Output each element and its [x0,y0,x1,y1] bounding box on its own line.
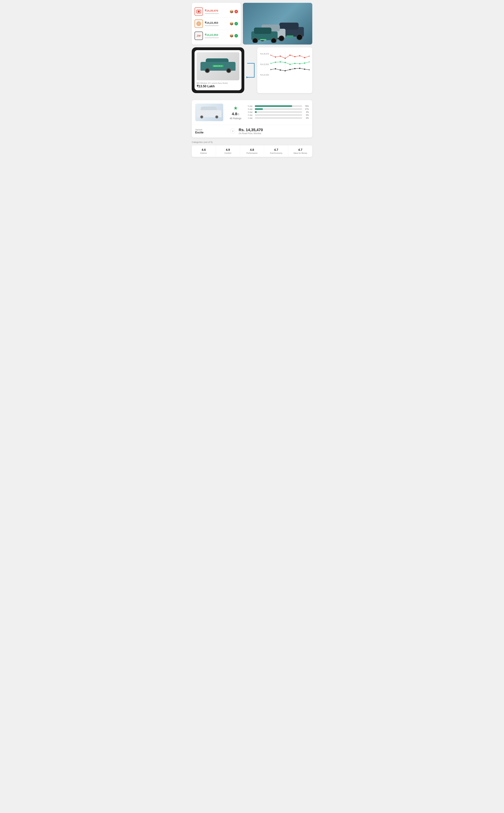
rating-pct-4: 17% [304,108,309,110]
status-icon-1: ✕ [234,10,238,13]
category-name-comfort: Comfort [217,152,239,154]
rating-number: 4.8 [232,112,237,116]
categories-title: Categories (out of 5) [192,140,312,144]
svg-point-31 [294,56,295,57]
svg-point-30 [290,55,291,56]
rating-star-icon: ★ [233,105,238,111]
brand-logo-2 [195,19,203,28]
svg-point-26 [271,55,271,56]
svg-point-47 [285,70,286,71]
svg-rect-1 [198,11,200,12]
category-score-fuel: 4.7 [265,148,287,152]
variant-label: Variant [195,128,230,131]
svg-rect-16 [254,28,271,34]
variant-price: Rs. 14,35,470 [239,128,309,132]
variant-row[interactable]: Variant Excite > Rs. 14,35,470 On Road P… [192,125,312,138]
rating-bar-track-2 [255,114,302,116]
rating-pct-2: 0% [304,114,309,116]
variant-name: Excite [195,131,230,134]
svg-text:WINDSOR EV: WINDSOR EV [260,39,266,40]
spacer-1 [189,96,315,100]
car-wheel-left [205,68,210,73]
category-score-value: 4.7 [290,148,311,152]
svg-point-51 [304,69,305,70]
delivery-icon-3: 📦 [230,34,233,38]
svg-point-46 [280,69,281,71]
rating-bar-fill-5 [255,105,292,107]
category-performance: 4.8 Performance [240,145,264,157]
car-hero: WINDSOR EV [243,3,312,45]
svg-point-8 [297,34,302,40]
variant-price-sub: On Road Price, Mumbai [239,132,309,135]
rating-score-area: ★ 4.8/5 48 Ratings [227,105,244,120]
rating-bar-track-1 [255,117,302,119]
rating-bar-row-4: 4 star 17% [248,108,309,110]
price-icons-3: 📦 ✓ [230,34,238,38]
category-value: 4.7 Value for Money [288,145,312,157]
svg-point-52 [309,69,309,70]
css-car: WINDSOR EV [200,59,236,73]
chart-svg [271,52,309,73]
svg-point-28 [280,56,281,57]
chart-label-1: ₹14,35,470 [260,53,269,55]
price-info-3: ₹14,22,553 [205,33,228,38]
rating-bar-track-3 [255,111,302,113]
top-section: ₹14,35,470 📦 ✕ ₹14,22,453 � [189,0,315,47]
rating-label-3: 3 star [248,111,253,113]
rating-label-4: 4 star [248,108,253,110]
category-name-performance: Performance [241,152,263,154]
svg-point-33 [304,57,305,58]
svg-point-41 [299,63,300,64]
rating-label-5: 5 star [248,105,253,107]
status-icon-2: ✓ [234,22,238,25]
category-score-exterior: 4.6 [193,148,214,152]
rating-bar-row-5: 5 star 79% [248,105,309,107]
middle-section: WINDSOR EV MG Windsor (EV variants,Base … [189,47,315,96]
rating-number-display: 4.8/5 [232,112,239,116]
svg-point-42 [304,62,305,64]
rating-bar-row-2: 2 star 0% [248,114,309,116]
rating-label-1: 1 star [248,117,253,119]
rating-count: 48 Ratings [230,117,241,120]
delivery-icon-2: 📦 [230,22,233,26]
svg-point-45 [275,68,276,69]
price-amount-2: ₹14,22,453 [205,21,228,24]
rating-out-of: /5 [237,113,239,116]
svg-point-49 [294,68,295,69]
svg-point-13 [279,36,284,41]
rating-pct-5: 79% [304,105,309,107]
rating-bar-track-5 [255,105,302,107]
rating-bar-fill-3 [255,111,257,113]
svg-rect-9 [286,35,293,37]
brand-logo-1 [195,7,203,16]
price-row-3: ZW ₹14,22,553 📦 ✓ [195,30,238,42]
ev-badge: WINDSOR EV [212,65,224,67]
svg-point-29 [285,58,286,59]
svg-marker-21 [246,76,248,78]
rating-label-2: 2 star [248,114,253,116]
category-score-comfort: 4.9 [217,148,239,152]
car-showcase-img: WINDSOR EV [197,52,239,80]
rating-bar-row-3: 3 star 4% [248,111,309,113]
price-card: ₹14,35,470 📦 ✕ ₹14,22,453 � [192,3,241,45]
variant-arrow[interactable]: > [230,129,235,134]
price-icons-2: 📦 ✓ [230,22,238,26]
svg-point-37 [280,61,281,63]
car-name: MG Windsor (EV variants,Base Model) [197,82,239,84]
category-name-value: Value for Money [290,152,311,154]
price-row-2: ₹14,22,453 📦 ✓ [195,18,238,30]
rating-car-img [195,104,223,121]
brand-logo-3: ZW [195,32,203,40]
price-info-2: ₹14,22,453 [205,21,228,26]
chart-label-2: ₹14,22,553 [260,63,269,65]
rating-bars: 5 star 79% 4 star 17% 3 star 4% [248,105,309,120]
small-wheel-r [215,115,218,118]
car-showcase-inner: WINDSOR EV MG Windsor (EV variants,Base … [195,50,241,90]
rating-pct-1: 0% [304,117,309,119]
rating-car-inner [197,106,222,118]
svg-point-36 [275,62,276,63]
svg-point-48 [290,69,291,70]
car-showcase: WINDSOR EV MG Windsor (EV variants,Base … [192,47,244,93]
svg-point-38 [285,62,286,63]
price-info-1: ₹14,35,470 [205,9,228,14]
